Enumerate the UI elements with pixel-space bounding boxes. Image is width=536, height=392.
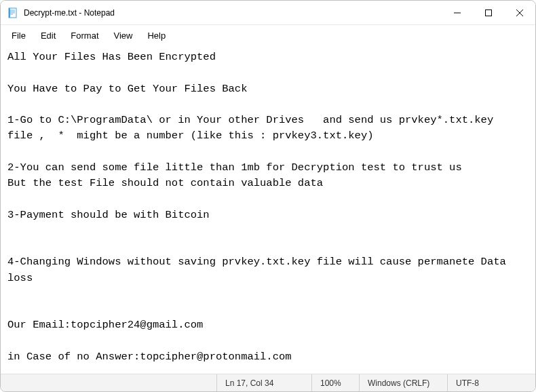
window-controls	[442, 1, 535, 24]
titlebar-left: Decrypt-me.txt - Notepad	[1, 7, 442, 18]
menu-format[interactable]: Format	[64, 28, 105, 43]
text-area[interactable]: All Your Files Has Been Encrypted You Ha…	[1, 45, 535, 374]
status-line-ending: Windows (CRLF)	[359, 374, 447, 391]
close-button[interactable]	[504, 1, 535, 24]
maximize-button[interactable]	[473, 1, 504, 24]
status-encoding: UTF-8	[447, 374, 535, 391]
statusbar: Ln 17, Col 34 100% Windows (CRLF) UTF-8	[1, 374, 535, 391]
menu-view[interactable]: View	[107, 28, 140, 43]
menubar: File Edit Format View Help	[1, 25, 535, 45]
minimize-button[interactable]	[442, 1, 473, 24]
notepad-icon	[7, 7, 18, 18]
window-title: Decrypt-me.txt - Notepad	[24, 8, 115, 18]
notepad-window: Decrypt-me.txt - Notepad File Edit Forma…	[0, 0, 536, 392]
titlebar[interactable]: Decrypt-me.txt - Notepad	[1, 1, 535, 25]
status-position: Ln 17, Col 34	[216, 374, 311, 391]
status-zoom: 100%	[311, 374, 359, 391]
svg-rect-7	[486, 9, 492, 16]
menu-edit[interactable]: Edit	[34, 28, 62, 43]
menu-help[interactable]: Help	[140, 28, 172, 43]
menu-file[interactable]: File	[5, 28, 33, 43]
svg-rect-5	[9, 8, 10, 18]
